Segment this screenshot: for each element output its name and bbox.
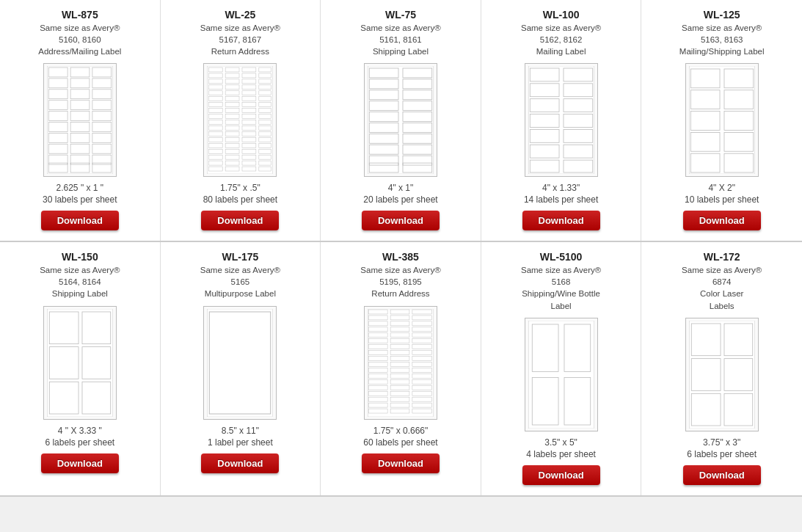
download-button-wl-25[interactable]: Download xyxy=(201,211,279,230)
card-title: WL-172 xyxy=(704,251,740,263)
card-subtitle: Same size as Avery® 5162, 8162 Mailing L… xyxy=(521,22,601,57)
card-count: 80 labels per sheet xyxy=(203,194,277,205)
card-title: WL-385 xyxy=(382,251,419,263)
label-preview-wl-125 xyxy=(685,63,759,177)
svg-rect-140 xyxy=(689,66,754,174)
card-wl-100: WL-100 Same size as Avery® 5162, 8162 Ma… xyxy=(481,0,642,241)
card-size: 4" x 1.33" xyxy=(542,183,580,193)
download-button-wl-172[interactable]: Download xyxy=(683,465,761,485)
card-subtitle: Same size as Avery® 5161, 8161 Shipping … xyxy=(360,22,440,57)
card-subtitle: Same size as Avery® 5164, 8164 Shipping … xyxy=(40,264,120,299)
card-size: 4" x 1" xyxy=(388,183,414,193)
card-size: 1.75" x .5" xyxy=(220,183,260,193)
card-count: 20 labels per sheet xyxy=(363,194,437,205)
card-wl-125: WL-125 Same size as Avery® 5163, 8163 Ma… xyxy=(641,0,802,241)
card-title: WL-100 xyxy=(543,9,580,21)
label-preview-wl-75 xyxy=(364,63,437,177)
download-button-wl-875[interactable]: Download xyxy=(41,211,119,230)
download-button-wl-385[interactable]: Download xyxy=(362,453,440,473)
card-count: 14 labels per sheet xyxy=(524,194,598,205)
svg-rect-158 xyxy=(208,309,273,417)
download-button-wl-175[interactable]: Download xyxy=(201,453,279,473)
card-title: WL-150 xyxy=(62,251,98,263)
card-size: 3.75" x 3" xyxy=(703,437,740,448)
card-title: WL-175 xyxy=(222,251,258,263)
card-subtitle: Same size as Avery® 5160, 8160 Address/M… xyxy=(38,22,121,57)
svg-rect-104 xyxy=(368,66,433,174)
card-wl-75: WL-75 Same size as Avery® 5161, 8161 Shi… xyxy=(321,0,481,241)
svg-rect-215 xyxy=(528,321,594,429)
card-count: 1 label per sheet xyxy=(208,437,273,448)
card-wl-172: WL-172 Same size as Avery® 6874 Color La… xyxy=(641,242,802,495)
card-wl-5100: WL-5100 Same size as Avery® 5168 Shippin… xyxy=(481,242,642,495)
card-count: 10 labels per sheet xyxy=(685,194,759,205)
download-button-wl-100[interactable]: Download xyxy=(522,211,600,230)
page-wrapper: WL-875 Same size as Avery® 5160, 8160 Ad… xyxy=(0,0,802,497)
label-preview-wl-875 xyxy=(43,63,117,177)
label-preview-wl-150 xyxy=(43,306,117,420)
card-title: WL-125 xyxy=(704,9,740,21)
card-count: 6 labels per sheet xyxy=(687,449,757,459)
download-button-wl-5100[interactable]: Download xyxy=(522,465,600,485)
card-subtitle: Same size as Avery® 5167, 8167 Return Ad… xyxy=(200,22,280,57)
download-button-wl-150[interactable]: Download xyxy=(41,453,119,473)
card-subtitle: Same size as Avery® 5168 Shipping/Wine B… xyxy=(521,264,601,311)
card-title: WL-5100 xyxy=(540,251,583,263)
label-preview-wl-25 xyxy=(203,63,277,177)
card-size: 4 " X 3.33 " xyxy=(58,426,102,436)
svg-rect-160 xyxy=(368,309,433,417)
card-count: 6 labels per sheet xyxy=(45,437,114,448)
card-size: 8.5" x 11" xyxy=(222,426,259,436)
card-wl-385: WL-385 Same size as Avery® 5195, 8195 Re… xyxy=(321,242,481,495)
card-subtitle: Same size as Avery® 5195, 8195 Return Ad… xyxy=(360,264,440,299)
card-wl-875: WL-875 Same size as Avery® 5160, 8160 Ad… xyxy=(0,0,161,241)
svg-rect-0 xyxy=(47,66,112,174)
card-subtitle: Same size as Avery® 5165 Multipurpose La… xyxy=(200,264,280,299)
card-subtitle: Same size as Avery® 6874 Color Laser Lab… xyxy=(682,264,762,311)
card-size: 4" X 2" xyxy=(708,183,735,193)
label-preview-wl-172 xyxy=(685,318,759,431)
download-button-wl-75[interactable]: Download xyxy=(362,211,440,230)
label-preview-wl-100 xyxy=(525,63,598,177)
card-title: WL-875 xyxy=(62,9,98,21)
label-preview-wl-5100 xyxy=(525,318,598,431)
card-wl-175: WL-175 Same size as Avery® 5165 Multipur… xyxy=(161,242,321,495)
card-size: 1.75" x 0.666" xyxy=(373,426,429,436)
card-count: 60 labels per sheet xyxy=(363,437,437,448)
card-size: 3.5" x 5" xyxy=(544,437,577,448)
download-button-wl-125[interactable]: Download xyxy=(683,211,761,230)
card-size: 2.625 " x 1 " xyxy=(56,183,104,193)
card-title: WL-25 xyxy=(225,9,255,21)
row-2: WL-150 Same size as Avery® 5164, 8164 Sh… xyxy=(0,242,802,496)
label-preview-wl-385 xyxy=(364,306,437,420)
card-wl-25: WL-25 Same size as Avery® 5167, 8167 Ret… xyxy=(161,0,321,241)
card-title: WL-75 xyxy=(385,9,416,21)
label-preview-wl-175 xyxy=(203,306,277,420)
svg-rect-220 xyxy=(689,321,754,429)
row-1: WL-875 Same size as Avery® 5160, 8160 Ad… xyxy=(0,0,802,242)
card-subtitle: Same size as Avery® 5163, 8163 Mailing/S… xyxy=(679,22,765,57)
card-count: 30 labels per sheet xyxy=(43,194,117,205)
svg-rect-151 xyxy=(47,309,112,417)
card-count: 4 labels per sheet xyxy=(526,449,596,459)
card-wl-150: WL-150 Same size as Avery® 5164, 8164 Sh… xyxy=(0,242,161,495)
